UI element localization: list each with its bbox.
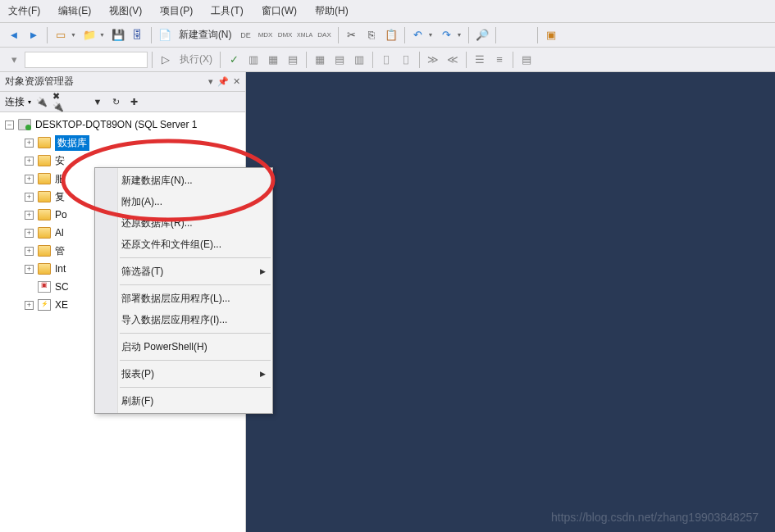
expand-icon[interactable]: + xyxy=(25,229,34,238)
new-query-icon[interactable]: 📄 xyxy=(156,26,174,44)
plan-icon[interactable]: ▦ xyxy=(264,51,282,69)
save-icon[interactable]: 💾 xyxy=(109,26,127,44)
copy-icon[interactable]: ⎘ xyxy=(362,26,381,44)
cm-reports[interactable]: 报表(P)▶ xyxy=(95,363,272,384)
indent-icon[interactable]: ≫ xyxy=(424,51,442,69)
cm-deploy-app[interactable]: 部署数据层应用程序(L)... xyxy=(95,288,272,309)
panel-pin-icon[interactable]: 📌 xyxy=(217,76,229,87)
undo-icon[interactable]: ↶ xyxy=(409,26,427,44)
server-icon xyxy=(18,119,31,130)
paste-icon[interactable]: 📋 xyxy=(382,26,400,44)
open-icon[interactable]: 📁 xyxy=(80,26,98,44)
options2-icon[interactable]: ▤ xyxy=(517,51,536,69)
dmx-icon[interactable]: DMX xyxy=(276,26,294,44)
expand-icon[interactable]: + xyxy=(25,193,34,202)
add-icon[interactable]: ✚ xyxy=(126,94,141,109)
cm-import-app[interactable]: 导入数据层应用程序(I)... xyxy=(95,309,272,330)
disconnect-icon[interactable]: ✖🔌 xyxy=(52,94,67,109)
refresh-icon[interactable]: ↻ xyxy=(108,94,123,109)
tree-item-label: 安 xyxy=(55,154,65,168)
save-all-icon[interactable]: 🗄 xyxy=(129,26,147,44)
dax-icon[interactable]: DAX xyxy=(316,26,334,44)
intellisense-icon[interactable]: ☰ xyxy=(471,51,489,69)
editor-area: https://blog.csdn.net/zhang19903848257 xyxy=(246,72,775,532)
cm-attach[interactable]: 附加(A)... xyxy=(95,191,272,212)
nav-back-icon[interactable]: ◄ xyxy=(5,26,23,44)
folder-icon xyxy=(38,155,51,166)
outdent-icon[interactable]: ≪ xyxy=(444,51,462,69)
folder-icon xyxy=(38,263,51,275)
folder-icon xyxy=(38,227,51,239)
menu-help[interactable]: 帮助(H) xyxy=(312,2,352,20)
tree-databases-node[interactable]: + 数据库 xyxy=(0,134,245,152)
expand-icon[interactable]: − xyxy=(5,120,14,130)
context-menu: 新建数据库(N)... 附加(A)... 还原数据库(R)... 还原文件和文件… xyxy=(94,167,273,414)
execute-icon[interactable]: ▷ xyxy=(157,51,175,69)
expand-icon[interactable]: + xyxy=(25,139,34,148)
folder-icon xyxy=(38,173,51,184)
panel-title: 对象资源管理器 xyxy=(5,75,74,89)
watermark-text: https://blog.csdn.net/zhang19903848257 xyxy=(551,511,759,524)
menu-bar: 文件(F) 编辑(E) 视图(V) 项目(P) 工具(T) 窗口(W) 帮助(H… xyxy=(0,0,775,23)
results-text-icon[interactable]: ▤ xyxy=(331,51,349,69)
cm-filter[interactable]: 筛选器(T)▶ xyxy=(95,261,272,282)
cm-start-powershell[interactable]: 启动 PowerShell(H) xyxy=(95,336,272,357)
results-grid-icon[interactable]: ▦ xyxy=(311,51,329,69)
panel-close-icon[interactable]: ✕ xyxy=(233,76,240,87)
debug-icon[interactable]: ✓ xyxy=(225,51,243,69)
new-project-icon[interactable]: ▭ xyxy=(52,26,70,44)
expand-icon[interactable]: + xyxy=(25,157,34,166)
connect-button[interactable]: 连接 xyxy=(5,95,25,109)
xmla-icon[interactable]: XMLA xyxy=(296,26,314,44)
menu-view[interactable]: 视图(V) xyxy=(106,2,145,20)
tree-databases-label: 数据库 xyxy=(55,135,89,151)
de-icon[interactable]: DE xyxy=(237,26,255,44)
results-file-icon[interactable]: ▥ xyxy=(350,51,368,69)
expand-icon[interactable]: + xyxy=(25,301,34,310)
expand-icon[interactable]: + xyxy=(25,247,34,256)
chevron-right-icon: ▶ xyxy=(260,370,266,378)
stats-icon[interactable]: ▤ xyxy=(284,51,302,69)
mdx-icon[interactable]: MDX xyxy=(257,26,275,44)
folder-icon xyxy=(38,245,51,257)
cut-icon[interactable]: ✂ xyxy=(343,26,361,44)
toolbar-main: ◄ ► ▭▼ 📁▼ 💾 🗄 📄 新建查询(N) DE MDX DMX XMLA … xyxy=(0,23,775,48)
snippet-icon[interactable]: ≡ xyxy=(490,51,508,69)
tree-item-label: Al xyxy=(55,227,64,239)
parse-icon[interactable]: ▥ xyxy=(244,51,262,69)
tree-item-label: Int xyxy=(55,263,66,275)
tree-server-label: DESKTOP-DQT89ON (SQL Server 1 xyxy=(35,119,197,130)
xe-icon: ⚡ xyxy=(38,299,51,311)
toolbar-query: ▾ ▷ 执行(X) ✓ ▥ ▦ ▤ ▦ ▤ ▥ ⌷ ⌷ ≫ ≪ ☰ ≡ ▤ xyxy=(0,48,775,72)
db-combo-icon[interactable]: ▾ xyxy=(5,51,23,69)
uncomment-icon[interactable]: ⌷ xyxy=(397,51,415,69)
menu-project[interactable]: 项目(P) xyxy=(157,2,196,20)
menu-edit[interactable]: 编辑(E) xyxy=(55,2,94,20)
expand-icon[interactable]: + xyxy=(25,265,34,274)
find-icon[interactable]: 🔎 xyxy=(473,26,491,44)
tree-server-node[interactable]: − DESKTOP-DQT89ON (SQL Server 1 xyxy=(0,116,245,134)
expand-icon[interactable]: + xyxy=(25,175,34,184)
database-combo[interactable] xyxy=(25,52,148,68)
redo-icon[interactable]: ↷ xyxy=(437,26,455,44)
tree-item-label: 服 xyxy=(55,172,65,186)
tree-item-label: XE xyxy=(55,299,68,311)
tree-item-label: 复 xyxy=(55,190,65,204)
options-icon[interactable]: ▣ xyxy=(542,26,560,44)
cm-restore-database[interactable]: 还原数据库(R)... xyxy=(95,212,272,234)
execute-button[interactable]: 执行(X) xyxy=(176,52,216,66)
panel-dropdown-icon[interactable]: ▾ xyxy=(208,76,213,87)
cm-restore-files[interactable]: 还原文件和文件组(E)... xyxy=(95,234,272,255)
nav-forward-icon[interactable]: ► xyxy=(25,26,43,44)
expand-icon[interactable]: + xyxy=(25,211,34,220)
menu-file[interactable]: 文件(F) xyxy=(5,2,43,20)
tree-item-label: SC xyxy=(55,281,69,293)
new-query-button[interactable]: 新建查询(N) xyxy=(176,28,235,42)
comment-icon[interactable]: ⌷ xyxy=(377,51,395,69)
cm-new-database[interactable]: 新建数据库(N)... xyxy=(95,170,272,191)
cm-refresh[interactable]: 刷新(F) xyxy=(95,390,272,412)
menu-window[interactable]: 窗口(W) xyxy=(258,2,300,20)
filter-icon[interactable]: ▼ xyxy=(90,94,105,109)
menu-tools[interactable]: 工具(T) xyxy=(207,2,246,20)
connect-icon[interactable]: 🔌 xyxy=(34,94,49,109)
